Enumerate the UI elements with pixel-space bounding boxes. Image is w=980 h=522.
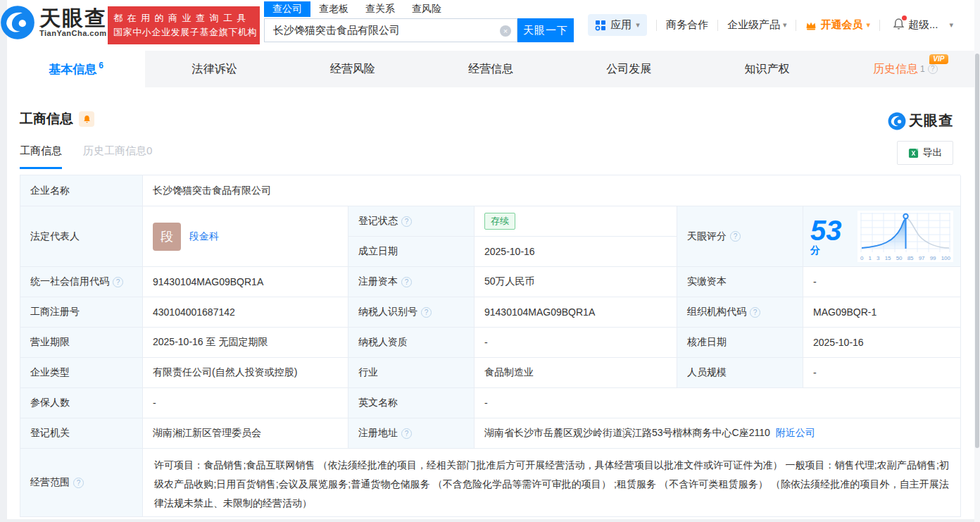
tab-operation-info[interactable]: 经营信息: [422, 51, 560, 87]
tab-company-development[interactable]: 公司发展: [560, 51, 698, 87]
score-axis-ticks: 0 1 3 15 50 85 97 99 100: [860, 255, 950, 261]
logo-name: 天眼查: [39, 8, 107, 29]
field-label: 实缴资本: [677, 267, 803, 297]
help-icon[interactable]: ?: [401, 277, 412, 287]
reg-number-value: 430104001687142: [143, 297, 348, 328]
apps-menu[interactable]: 应用 ▾: [588, 14, 647, 36]
reg-status-cell: 存续: [475, 206, 677, 237]
cooperation-link[interactable]: 商务合作: [666, 18, 708, 32]
tick: 3: [877, 255, 879, 261]
search-tab-boss[interactable]: 查老板: [310, 1, 357, 17]
scrollbar-track[interactable]: [974, 0, 980, 522]
tab-history-info-label: 历史信息: [873, 62, 918, 77]
approval-date-value: 2025-10-16: [803, 328, 961, 358]
subtab-business-info[interactable]: 工商信息: [20, 144, 62, 169]
score-value: 53: [810, 215, 842, 246]
search-tab-company[interactable]: 查公司: [264, 1, 310, 17]
search-input[interactable]: 长沙馋猫突击食品有限公司 ×: [264, 18, 517, 42]
tianyan-score-cell: 53分: [803, 206, 961, 267]
divider: [879, 20, 880, 31]
search-tab-relation[interactable]: 查关系: [357, 1, 403, 17]
status-badge: 存续: [484, 213, 515, 230]
account-label: 超级...: [908, 18, 938, 32]
tab-history-info-count: 1: [920, 64, 925, 74]
divider: [796, 20, 796, 31]
enterprise-menu[interactable]: 企业级产品 ▾: [727, 18, 787, 32]
tab-operation-risk[interactable]: 经营风险: [284, 51, 422, 87]
notifications-button[interactable]: [892, 18, 905, 33]
score-label: 天眼评分: [687, 230, 727, 243]
company-nav-tabs: 基本信息 6 法律诉讼 经营风险 经营信息 公司发展 知识产权 VIP 历史信息…: [7, 51, 974, 87]
account-menu[interactable]: 超级... ▾: [908, 18, 953, 32]
notification-dot: [902, 15, 907, 20]
legal-rep-link[interactable]: 段金科: [189, 230, 219, 243]
help-icon[interactable]: ?: [401, 428, 412, 439]
industry-value: 食品制造业: [475, 358, 677, 388]
orange-bell-icon: [82, 115, 92, 124]
enterprise-caret-icon: ▾: [783, 20, 787, 30]
field-label: 纳税人识别号 ?: [348, 297, 475, 328]
score-curve: [860, 213, 950, 252]
subscribe-bell-button[interactable]: [79, 111, 94, 127]
search-tab-risk[interactable]: 查风险: [403, 1, 450, 17]
staff-size-value: -: [803, 358, 961, 388]
help-icon[interactable]: ?: [401, 216, 412, 227]
clear-search-icon[interactable]: ×: [500, 25, 511, 37]
watermark-logo-icon: [888, 112, 906, 130]
divider: [656, 20, 657, 31]
help-icon[interactable]: ?: [421, 307, 432, 318]
tianyancha-logo-icon: [0, 5, 35, 40]
search-area: 查公司 查老板 查关系 查风险 长沙馋猫突击食品有限公司 × 天眼一下: [264, 1, 574, 42]
business-scope-value: 许可项目：食品销售;食品互联网销售 （依法须经批准的项目，经相关部门批准后方可开…: [143, 449, 961, 517]
promo-line1: 都在用的商业查询工具: [113, 11, 254, 25]
tick: 0: [860, 255, 863, 261]
nearby-companies-link[interactable]: 附近公司: [776, 427, 815, 440]
tab-legal[interactable]: 法律诉讼: [145, 51, 283, 87]
taxpayer-quality-value: -: [475, 328, 677, 358]
field-label: 企业名称: [20, 175, 143, 206]
field-label: 登记机关: [20, 418, 143, 449]
tab-intellectual-property[interactable]: 知识产权: [698, 51, 836, 87]
vip-menu[interactable]: 开通会员 ▾: [805, 18, 870, 32]
credit-code-value: 91430104MAG09BQR1A: [143, 267, 348, 297]
search-tabs: 查公司 查老板 查关系 查风险: [264, 1, 574, 18]
search-input-value: 长沙馋猫突击食品有限公司: [273, 24, 400, 37]
help-icon[interactable]: ?: [750, 307, 760, 318]
help-icon[interactable]: ?: [113, 277, 123, 287]
tianyancha-logo[interactable]: 天眼查 TianYanCha.com: [0, 5, 107, 40]
reg-address-cell: 湖南省长沙市岳麓区观沙岭街道滨江路53号楷林商务中心C座2110 附近公司: [475, 418, 961, 449]
history-help-icon[interactable]: ?: [928, 64, 938, 74]
legal-rep-avatar[interactable]: 段: [153, 223, 181, 251]
tick: 1: [869, 255, 872, 261]
insured-count-value: -: [143, 388, 348, 418]
help-icon[interactable]: ?: [730, 231, 741, 242]
legal-rep-cell: 段 段金科: [143, 206, 348, 267]
export-button[interactable]: 导出: [897, 141, 953, 165]
field-label: 注册地址 ?: [348, 418, 475, 449]
field-label: 工商注册号: [20, 297, 143, 328]
tab-basic-info[interactable]: 基本信息 6: [7, 51, 145, 87]
help-icon[interactable]: ?: [73, 478, 84, 488]
apps-caret-icon: ▾: [636, 20, 640, 30]
search-button[interactable]: 天眼一下: [517, 18, 574, 42]
tab-history-info[interactable]: VIP 历史信息 1 ?: [836, 51, 974, 87]
tick: 15: [885, 255, 891, 261]
logo-text: 天眼查 TianYanCha.com: [39, 8, 107, 37]
field-label: 注册资本 ?: [348, 267, 475, 297]
section-header: 工商信息: [20, 110, 94, 128]
export-label: 导出: [923, 147, 943, 159]
business-info-subtabs: 工商信息 历史工商信息0: [20, 144, 152, 169]
logo-domain: TianYanCha.com: [39, 29, 107, 37]
org-code-value: MAG09BQR-1: [803, 297, 961, 328]
apps-grid-icon: [595, 20, 606, 31]
tick: 50: [896, 255, 903, 261]
score-number-wrap: 53分: [810, 216, 848, 257]
company-type-value: 有限责任公司(自然人投资或控股): [143, 358, 348, 388]
reg-address-label: 注册地址: [358, 427, 398, 440]
field-label: 企业类型: [20, 358, 143, 388]
credit-code-label: 统一社会信用代码: [30, 275, 109, 288]
scrollbar-thumb[interactable]: [975, 54, 979, 448]
subtab-history-business-info[interactable]: 历史工商信息0: [83, 144, 152, 169]
reg-authority-value: 湖南湘江新区管理委员会: [143, 418, 348, 449]
section-title: 工商信息: [20, 110, 73, 128]
